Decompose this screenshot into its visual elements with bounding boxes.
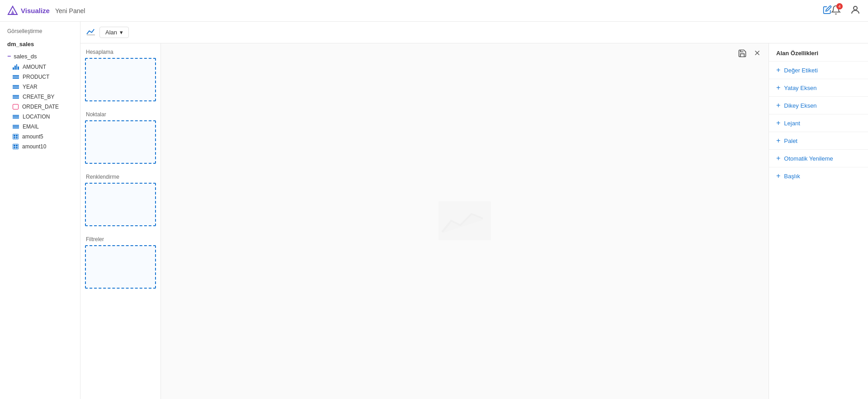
plus-icon: + <box>776 101 780 109</box>
properties-panel: Alan Özellikleri + Değer Etiketi + Yatay… <box>769 43 868 399</box>
config-panel: Hesaplama Noktalar Renklendirme Filtrele… <box>80 43 161 399</box>
prop-label: Dikey Eksen <box>784 102 816 109</box>
collapse-icon: − <box>7 52 11 60</box>
save-button[interactable] <box>738 49 747 60</box>
field-name: LOCATION <box>23 114 50 120</box>
plus-icon: + <box>776 137 780 145</box>
bar-chart-icon <box>13 64 19 70</box>
group-name: sales_ds <box>14 53 37 60</box>
prop-item-otomatik-yenileme[interactable]: + Otomatik Yenileme <box>769 149 868 167</box>
plus-icon: + <box>776 119 780 127</box>
prop-label: Değer Etiketi <box>784 67 817 74</box>
prop-label: Yatay Eksen <box>784 85 816 91</box>
field-item-amount[interactable]: AMOUNT <box>0 62 80 72</box>
field-item-product[interactable]: PRODUCT <box>0 72 80 82</box>
alan-label: Alan <box>105 29 117 36</box>
page-title: Yeni Panel <box>55 7 85 14</box>
prop-item-yatay-eksen[interactable]: + Yatay Eksen <box>769 79 868 96</box>
prop-label: Lejant <box>784 120 800 127</box>
edit-button[interactable] <box>823 5 832 16</box>
logo-text: Visualize <box>21 7 50 14</box>
properties-title: Alan Özellikleri <box>769 43 868 61</box>
field-item-location[interactable]: LOCATION <box>0 112 80 122</box>
line-icon <box>13 74 19 80</box>
field-name: EMAIL <box>23 124 39 130</box>
top-nav: Visualize Yeni Panel 4 <box>0 0 868 22</box>
user-menu-button[interactable] <box>850 5 861 17</box>
panel-toolbar: Alan ▾ <box>80 22 868 43</box>
chart-canvas <box>161 43 769 399</box>
datasource-name: dm_sales <box>0 38 80 50</box>
prop-item-deger-etiketi[interactable]: + Değer Etiketi <box>769 61 868 79</box>
svg-marker-1 <box>11 10 14 14</box>
prop-label: Palet <box>784 138 797 144</box>
field-name: amount5 <box>22 133 43 140</box>
svg-point-2 <box>854 6 857 10</box>
nav-right: 4 <box>829 3 861 18</box>
prop-label: Otomatik Yenileme <box>784 155 833 162</box>
field-item-order-date[interactable]: ORDER_DATE <box>0 102 80 112</box>
left-sidebar: Görselleştirme dm_sales − sales_ds AMOUN… <box>0 22 80 399</box>
prop-label: Başlık <box>784 173 800 180</box>
drop-zone-noktalar[interactable] <box>85 120 156 164</box>
field-name: ORDER_DATE <box>22 104 59 110</box>
prop-item-lejant[interactable]: + Lejant <box>769 114 868 132</box>
field-name: PRODUCT <box>23 74 49 80</box>
notification-badge: 4 <box>836 3 843 10</box>
drop-zone-filtreler[interactable] <box>85 245 156 289</box>
prop-item-baslik[interactable]: + Başlık <box>769 167 868 185</box>
field-item-amount10[interactable]: amount10 <box>0 142 80 152</box>
calendar-icon <box>13 104 19 109</box>
prop-item-dikey-eksen[interactable]: + Dikey Eksen <box>769 96 868 114</box>
field-item-email[interactable]: EMAIL <box>0 122 80 132</box>
close-button[interactable] <box>753 49 761 59</box>
panel-area: Alan ▾ Hesaplama Noktalar Renklendirme F… <box>80 22 868 399</box>
sidebar-header: Görselleştirme <box>0 22 80 38</box>
dropdown-chevron-icon: ▾ <box>120 29 123 36</box>
plus-icon: + <box>776 172 780 180</box>
logo-icon <box>7 5 18 16</box>
logo: Visualize <box>7 5 50 16</box>
field-name: CREATE_BY <box>23 94 54 100</box>
drop-zone-hesaplama[interactable] <box>85 58 156 101</box>
field-name: amount10 <box>22 143 46 150</box>
prop-item-palet[interactable]: + Palet <box>769 132 868 149</box>
plus-icon: + <box>776 66 780 74</box>
plus-icon: + <box>776 154 780 162</box>
line-icon <box>13 84 19 90</box>
field-item-year[interactable]: YEAR <box>0 82 80 92</box>
line-icon <box>13 124 19 129</box>
line-icon <box>13 114 19 119</box>
panel-content: Hesaplama Noktalar Renklendirme Filtrele… <box>80 43 868 399</box>
section-title-noktalar: Noktalar <box>80 106 160 120</box>
drop-zone-renklendirme[interactable] <box>85 183 156 226</box>
section-title-hesaplama: Hesaplama <box>80 43 160 58</box>
section-title-renklendirme: Renklendirme <box>80 168 160 183</box>
grid-icon <box>13 144 19 149</box>
field-name: AMOUNT <box>23 64 46 70</box>
nav-left: Visualize Yeni Panel <box>7 5 85 16</box>
main-layout: Görselleştirme dm_sales − sales_ds AMOUN… <box>0 22 868 399</box>
section-title-filtreler: Filtreler <box>80 231 160 245</box>
field-item-amount5[interactable]: amount5 <box>0 132 80 142</box>
grid-icon <box>13 134 19 139</box>
alan-dropdown-button[interactable]: Alan ▾ <box>99 27 129 38</box>
field-item-create-by[interactable]: CREATE_BY <box>0 92 80 102</box>
line-icon <box>13 94 19 100</box>
plus-icon: + <box>776 84 780 92</box>
datasource-group[interactable]: − sales_ds <box>0 50 80 62</box>
empty-chart-placeholder <box>438 200 492 242</box>
field-name: YEAR <box>23 84 38 90</box>
chart-type-icon <box>86 28 96 38</box>
